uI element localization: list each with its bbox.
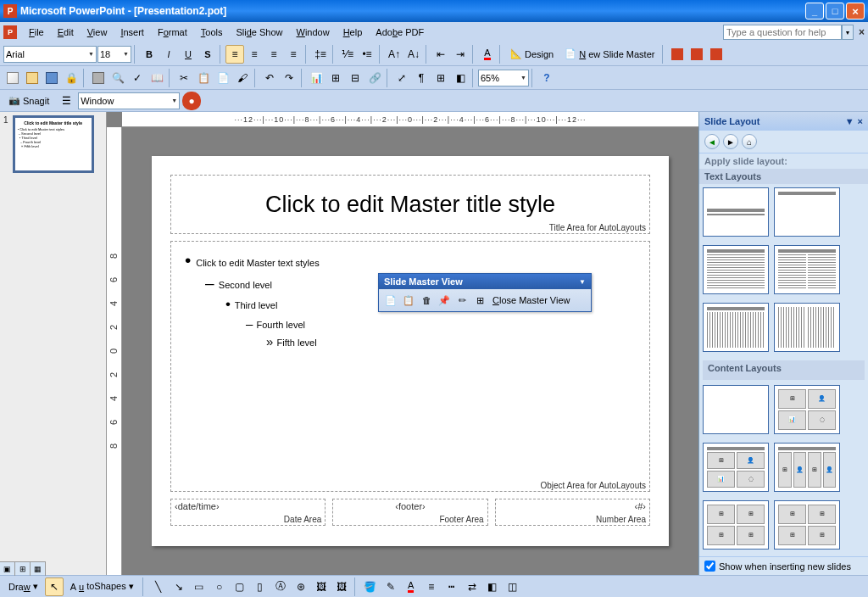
line-spacing-button[interactable]: ‡≡ — [311, 45, 330, 64]
menu-adobepdf[interactable]: Adobe PDF — [369, 25, 431, 40]
menu-tools[interactable]: Tools — [194, 25, 230, 40]
help-input[interactable] — [723, 25, 842, 40]
layout-blank[interactable] — [703, 385, 769, 434]
insert-table-button[interactable]: ⊞ — [326, 69, 345, 87]
vertical-textbox-button[interactable]: ▯ — [251, 577, 270, 596]
3d-style-button[interactable]: ◫ — [504, 577, 522, 596]
menu-edit[interactable]: Edit — [51, 25, 81, 40]
taskpane-dropdown-icon[interactable]: ▼ — [845, 116, 854, 126]
smv-options-icon[interactable]: ▼ — [579, 278, 586, 286]
permission-button[interactable]: 🔒 — [62, 69, 81, 87]
layout-two-column[interactable] — [774, 245, 840, 294]
font-color-button[interactable]: A — [478, 45, 497, 64]
save-button[interactable] — [42, 69, 61, 87]
clipart-button[interactable]: 🖼 — [312, 577, 331, 596]
redo-button[interactable]: ↷ — [280, 69, 298, 87]
normal-view-button[interactable]: ▣ — [0, 562, 15, 576]
insert-slide-master-button[interactable]: 📄 — [382, 292, 399, 309]
snagit-opts-button[interactable]: ☰ — [57, 92, 75, 110]
taskpane-close-icon[interactable]: × — [858, 116, 863, 126]
slideshow-view-button[interactable]: ▦ — [31, 562, 46, 576]
document-icon[interactable]: P — [3, 25, 17, 39]
master-layout-button[interactable]: ⊞ — [471, 292, 488, 309]
number-placeholder[interactable]: ‹#› Number Area — [495, 499, 650, 526]
layout-four-content[interactable]: ⊞⊞⊞⊞ — [703, 500, 769, 550]
color-grayscale-button[interactable]: ◧ — [451, 69, 470, 87]
layout-title-text[interactable] — [703, 245, 769, 294]
layout-title-slide[interactable] — [703, 187, 769, 237]
pdf-export2-icon[interactable] — [687, 45, 706, 64]
shadow-button[interactable]: S — [198, 45, 217, 64]
smv-header[interactable]: Slide Master View ▼ — [379, 274, 591, 289]
title-placeholder[interactable]: Click to edit Master title style Title A… — [170, 175, 650, 234]
close-button[interactable]: × — [846, 3, 865, 20]
nav-forward-button[interactable]: ► — [723, 134, 738, 149]
increase-font-button[interactable]: A↑ — [385, 45, 403, 64]
menu-file[interactable]: File — [22, 25, 51, 40]
design-button[interactable]: 📐Design — [505, 45, 559, 64]
select-objects-button[interactable]: ↖ — [45, 577, 64, 596]
preserve-master-button[interactable]: 📌 — [436, 292, 453, 309]
layouts-list[interactable]: Content Layouts ⊞👤📊◌ ⊞👤📊◌ ⊞👤⊞👤 ⊞⊞⊞⊞ ⊞⊞⊞⊞ — [699, 184, 868, 556]
shadow-style-button[interactable]: ◧ — [483, 577, 502, 596]
layout-vertical-title[interactable] — [774, 303, 840, 352]
minimize-button[interactable]: _ — [805, 3, 824, 20]
font-color-draw-button[interactable]: A — [402, 577, 420, 596]
print-button[interactable] — [89, 69, 108, 87]
new-button[interactable] — [3, 69, 22, 87]
align-left-button[interactable]: ≡ — [225, 45, 244, 64]
undo-button[interactable]: ↶ — [260, 69, 279, 87]
italic-button[interactable]: I — [159, 45, 178, 64]
draw-menu[interactable]: Draw ▾ — [3, 577, 43, 596]
fill-color-button[interactable]: 🪣 — [361, 577, 380, 596]
format-painter-button[interactable]: 🖌 — [233, 69, 252, 87]
layout-title-only[interactable] — [774, 187, 840, 237]
align-justify-button[interactable]: ≡ — [284, 45, 303, 64]
expand-all-button[interactable]: ⤢ — [392, 69, 411, 87]
oval-button[interactable]: ○ — [210, 577, 229, 596]
autoshapes-menu[interactable]: AutoShapes ▾ — [65, 577, 139, 596]
help-dropdown[interactable]: ▼ — [842, 25, 854, 40]
cut-button[interactable]: ✂ — [175, 69, 193, 87]
picture-button[interactable]: 🖼 — [332, 577, 351, 596]
menu-insert[interactable]: Insert — [114, 25, 151, 40]
font-name-select[interactable]: Arial▼ — [3, 46, 97, 63]
show-formatting-button[interactable]: ¶ — [412, 69, 431, 87]
footer-placeholder[interactable]: ‹footer› Footer Area — [332, 499, 487, 526]
wordart-button[interactable]: Ⓐ — [271, 577, 290, 596]
date-placeholder[interactable]: ‹date/time› Date Area — [170, 499, 326, 526]
menu-help[interactable]: Help — [337, 25, 370, 40]
menu-view[interactable]: View — [81, 25, 114, 40]
help-button[interactable]: ? — [537, 69, 556, 87]
menu-slideshow[interactable]: Slide Show — [229, 25, 289, 40]
bold-button[interactable]: B — [140, 45, 159, 64]
slide-canvas[interactable]: Click to edit Master title style Title A… — [122, 127, 698, 575]
copy-button[interactable]: 📋 — [194, 69, 213, 87]
diagram-button[interactable]: ⊛ — [292, 577, 310, 596]
new-slide-master-button[interactable]: 📄New Slide Master — [559, 45, 659, 64]
rename-master-button[interactable]: ✏ — [453, 292, 470, 309]
dash-style-button[interactable]: ┅ — [442, 577, 461, 596]
spelling-button[interactable]: ✓ — [128, 69, 147, 87]
underline-button[interactable]: U — [179, 45, 198, 64]
arrow-style-button[interactable]: ⇄ — [463, 577, 481, 596]
mdi-close-button[interactable]: × — [859, 26, 865, 38]
layout-vertical-text[interactable] — [703, 303, 769, 352]
textbox-button[interactable]: ▢ — [231, 577, 249, 596]
insert-chart-button[interactable]: 📊 — [307, 69, 326, 87]
insert-hyperlink-button[interactable]: 🔗 — [365, 69, 384, 87]
maximize-button[interactable]: □ — [826, 3, 844, 20]
research-button[interactable]: 📖 — [147, 69, 166, 87]
show-inserting-checkbox[interactable] — [704, 561, 715, 572]
open-button[interactable] — [23, 69, 42, 87]
slide-master-view-toolbar[interactable]: Slide Master View ▼ 📄 📋 🗑 📌 ✏ ⊞ Close Ma… — [378, 273, 592, 312]
layout-content[interactable]: ⊞👤📊◌ — [774, 385, 840, 434]
layout-title-content[interactable]: ⊞👤📊◌ — [703, 443, 769, 492]
align-center-button[interactable]: ≡ — [245, 45, 264, 64]
nav-back-button[interactable]: ◄ — [704, 134, 720, 149]
snagit-capture-button[interactable]: ● — [182, 92, 201, 110]
snagit-button[interactable]: 📷 Snagit — [3, 92, 54, 110]
print-preview-button[interactable]: 🔍 — [108, 69, 127, 87]
numbering-button[interactable]: ⅟≡ — [338, 45, 357, 64]
paste-button[interactable]: 📄 — [214, 69, 232, 87]
